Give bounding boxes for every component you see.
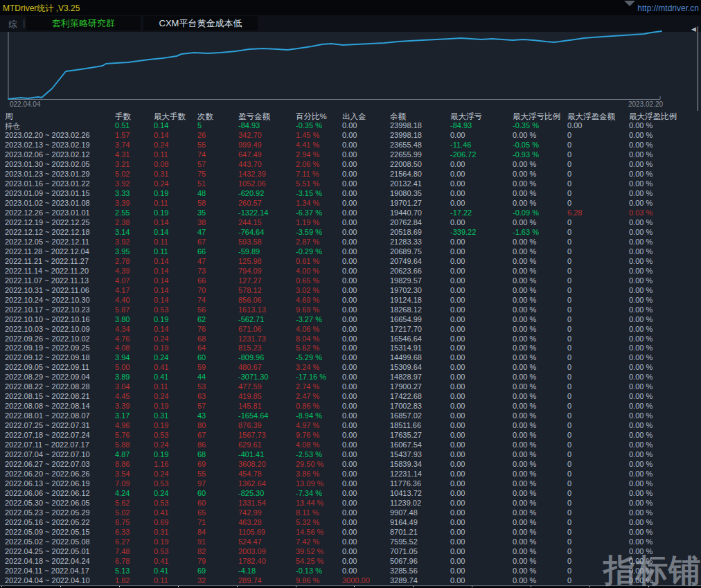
table-row[interactable]: 2022.08.08 ~ 2022.08.143.390.1957145.810… [0, 402, 701, 411]
cell-max_float_profit: 0 [567, 170, 571, 178]
table-row[interactable]: 2022.05.30 ~ 2022.06.055.620.53601331.54… [0, 499, 701, 508]
table-row[interactable]: 2022.12.26 ~ 2023.01.012.550.1935-1322.1… [0, 208, 701, 218]
table-row[interactable]: 2022.05.23 ~ 2022.05.295.020.4165742.998… [0, 508, 701, 518]
x-axis-start-label: 022.04.04 [10, 100, 41, 108]
table-row[interactable]: 2022.07.04 ~ 2022.07.104.870.1968-401.41… [0, 450, 701, 460]
cell-trades: 35 [197, 208, 206, 217]
table-row[interactable]: 2022.12.12 ~ 2022.12.183.140.1447-764.64… [0, 228, 701, 238]
table-row[interactable]: 2022.04.18 ~ 2022.04.246.780.41791782.40… [0, 557, 701, 567]
cell-max_float_profit: 0 [567, 335, 571, 343]
cell-lots: 4.07 [115, 276, 130, 285]
cell-pct: -3.59 % [296, 228, 322, 236]
cell-inout: 0.00 [342, 353, 357, 362]
table-row[interactable]: 2023.01.23 ~ 2023.01.295.020.31751432.39… [0, 170, 701, 179]
table-row[interactable]: 2022.05.09 ~ 2022.05.156.330.31841105.69… [0, 528, 701, 537]
table-row[interactable]: 2022.04.11 ~ 2022.04.175.130.4169-4.18-0… [0, 567, 701, 576]
cell-balance: 21564.80 [390, 170, 422, 178]
cell-max_float_profit_pct: 0.00 % [629, 170, 653, 178]
table-row[interactable]: 2022.10.31 ~ 2022.11.064.170.1470578.123… [0, 286, 701, 296]
right-splitter-line[interactable] [698, 26, 698, 111]
cell-balance: 20762.84 [390, 218, 422, 226]
cell-max_float_profit: 0 [567, 363, 571, 371]
cell-inout: 0.00 [342, 537, 357, 546]
cell-max_float_loss_pct: 0.00 % [513, 179, 536, 188]
table-row[interactable]: 2022.09.26 ~ 2022.10.024.760.24681231.73… [0, 335, 701, 344]
table-row[interactable]: 2023.01.02 ~ 2023.01.083.390.1158260.571… [0, 199, 701, 208]
cell-max_float_loss: 0.00 [450, 382, 465, 391]
cell-pct: 5.51 % [296, 179, 319, 188]
cell-max_lots: 0.24 [154, 440, 168, 449]
cell-balance: 20132.41 [390, 179, 422, 188]
table-row[interactable]: 2023.01.30 ~ 2023.02.053.210.0857443.702… [0, 160, 701, 170]
table-row[interactable]: 2022.11.14 ~ 2022.11.204.390.1473794.094… [0, 267, 701, 276]
cell-max_float_profit: 0 [567, 567, 571, 575]
table-row[interactable]: 2022.08.15 ~ 2022.08.214.450.2463419.852… [0, 392, 701, 402]
table-row[interactable]: 2023.02.06 ~ 2023.02.124.310.1174647.492… [0, 150, 701, 160]
table-row[interactable]: 2022.09.19 ~ 2022.09.254.080.1964815.235… [0, 344, 701, 353]
table-row[interactable]: 2022.10.03 ~ 2022.10.094.340.1476671.064… [0, 325, 701, 335]
table-row[interactable]: 2023.01.09 ~ 2023.01.153.330.1948-620.92… [0, 189, 701, 199]
table-row[interactable]: 2022.10.10 ~ 2022.10.163.800.1962-562.71… [0, 315, 701, 325]
holding-row[interactable]: 持仓0.510.145-84.93-0.35 %0.0023998.18-84.… [0, 121, 701, 131]
cell-inout: 0.00 [342, 121, 357, 130]
cell-max_float_profit: 0 [567, 576, 571, 585]
table-row[interactable]: 2022.10.24 ~ 2022.10.304.400.1474856.064… [0, 296, 701, 305]
cell-week: 2022.08.01 ~ 2022.08.07 [5, 411, 90, 420]
cell-max_float_loss: 0.00 [450, 218, 465, 226]
table-row[interactable]: 2022.07.18 ~ 2022.07.245.760.53671567.73… [0, 431, 701, 440]
cell-pnl: 125.98 [238, 257, 262, 265]
cell-max_float_profit: 0 [567, 228, 571, 236]
table-row[interactable]: 2022.04.25 ~ 2022.05.017.480.53822003.09… [0, 547, 701, 557]
cell-week: 持仓 [5, 121, 20, 132]
cell-max_float_profit: 0 [567, 305, 571, 314]
cell-max_float_loss_pct: 0.00 % [513, 325, 536, 333]
cell-max_float_loss_pct: 0.00 % [513, 257, 536, 265]
table-row[interactable]: 2022.09.05 ~ 2022.09.115.000.4159480.673… [0, 363, 701, 373]
cell-trades: 59 [197, 363, 206, 371]
table-row[interactable]: 2022.05.02 ~ 2022.05.086.270.1991524.477… [0, 537, 701, 547]
cell-lots: 3.89 [115, 373, 130, 381]
table-row[interactable]: 2022.06.06 ~ 2022.06.124.240.2460-825.30… [0, 489, 701, 499]
table-row[interactable]: 2022.08.29 ~ 2022.09.043.890.4144-3071.3… [0, 373, 701, 382]
cell-balance: 18511.66 [390, 421, 421, 429]
cell-max_float_loss: 0.00 [450, 353, 465, 362]
cell-pct: 0.65 % [296, 276, 319, 285]
cell-max_float_profit_pct: 0.00 % [629, 276, 653, 285]
table-row[interactable]: 2022.09.12 ~ 2022.09.183.940.2460-809.96… [0, 353, 701, 363]
table-row[interactable]: 2022.06.20 ~ 2022.06.263.540.2455454.783… [0, 470, 701, 479]
table-row[interactable]: 2022.08.01 ~ 2022.08.073.170.3143-1654.6… [0, 411, 701, 421]
cell-balance: 21283.33 [390, 238, 422, 246]
cell-trades: 70 [197, 286, 206, 294]
cell-balance: 9164.49 [390, 518, 418, 526]
cell-pnl: -825.30 [238, 489, 264, 497]
cell-max_lots: 0.19 [154, 421, 168, 429]
cell-max_float_profit_pct: 0.00 % [629, 537, 653, 546]
table-row[interactable]: 2022.08.22 ~ 2022.08.283.040.1153477.592… [0, 382, 701, 392]
table-row[interactable]: 2022.11.07 ~ 2022.11.134.070.1466127.270… [0, 276, 701, 286]
table-row[interactable]: 2022.06.27 ~ 2022.07.038.861.16693608.20… [0, 460, 701, 470]
cell-pnl: 342.70 [238, 131, 262, 139]
table-row[interactable]: 2022.07.11 ~ 2022.07.175.880.2486629.614… [0, 440, 701, 450]
cell-week: 2022.11.21 ~ 2022.11.27 [5, 257, 89, 265]
table-row[interactable]: 2022.05.16 ~ 2022.05.226.750.6971463.285… [0, 518, 701, 528]
cell-max_lots: 0.41 [154, 557, 168, 565]
table-row[interactable]: 2022.04.04 ~ 2022.04.101.820.1132289.749… [0, 576, 701, 586]
cell-max_float_loss: 0.00 [450, 518, 465, 526]
cell-max_float_profit_pct: 0.00 % [629, 199, 653, 207]
table-row[interactable]: 2023.02.20 ~ 2023.02.261.570.1426342.701… [0, 131, 701, 141]
table-row[interactable]: 2022.12.19 ~ 2022.12.252.380.1438244.151… [0, 218, 701, 228]
cell-max_lots: 0.53 [154, 479, 168, 488]
table-row[interactable]: 2022.11.28 ~ 2022.12.043.950.1166-59.89-… [0, 247, 701, 257]
table-row[interactable]: 2022.11.21 ~ 2022.11.272.780.1447125.980… [0, 257, 701, 267]
table-row[interactable]: 2022.10.17 ~ 2022.10.235.870.53561613.13… [0, 305, 701, 315]
cell-max_lots: 0.11 [154, 150, 168, 159]
cell-max_float_profit_pct: 0.00 % [629, 121, 653, 130]
cell-pct: 29.50 % [296, 460, 323, 468]
table-row[interactable]: 2022.06.13 ~ 2022.06.197.090.53971362.64… [0, 479, 701, 489]
table-row[interactable]: 2023.01.16 ~ 2023.01.223.920.24511052.06… [0, 179, 701, 189]
table-row[interactable]: 2023.02.13 ~ 2023.02.193.740.2455999.494… [0, 141, 701, 150]
scroll-left-arrow-icon[interactable]: ◀ [691, 26, 696, 33]
table-row[interactable]: 2022.12.05 ~ 2022.12.113.920.1167593.582… [0, 238, 701, 247]
cell-inout: 0.00 [342, 450, 357, 458]
table-row[interactable]: 2022.07.25 ~ 2022.07.314.960.1980876.394… [0, 421, 701, 431]
